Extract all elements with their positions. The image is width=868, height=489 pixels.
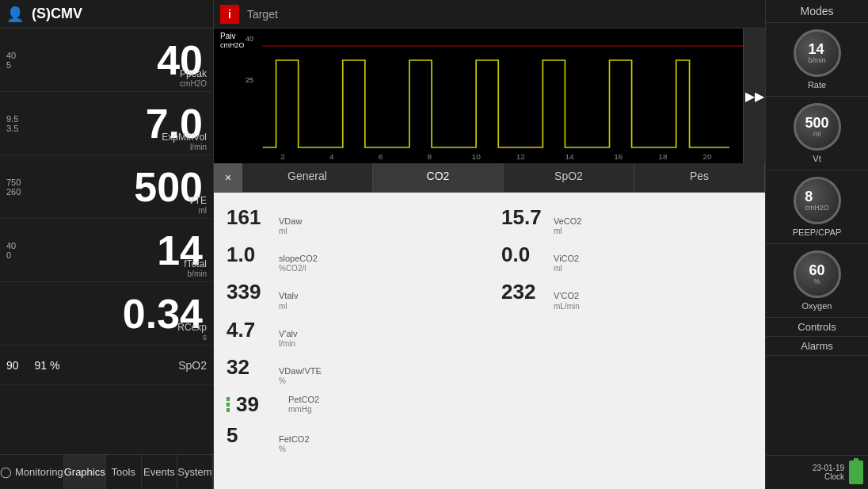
- rcexp-label: RCexp s: [177, 322, 207, 342]
- dialog-content: 161 VDaw ml 15.7 VeCO2 ml 1.0: [214, 193, 765, 489]
- vt-knob-inner: 500 ml: [805, 116, 828, 138]
- oxygen-knob-section[interactable]: 60 % Oxygen: [766, 244, 868, 318]
- rcexp-row: 0.34 RCexp s: [0, 282, 213, 346]
- waveform-label: Paiv: [220, 32, 235, 40]
- vdaw-vte-label: VDaw/VTE %: [279, 366, 322, 386]
- graphics-label: Graphics: [64, 466, 105, 478]
- vco2-label: V'CO2 mL/min: [554, 291, 580, 311]
- svg-text:6: 6: [379, 153, 383, 161]
- peep-knob-inner: 8 cmH2O: [805, 189, 829, 212]
- center-top-bar: i Target: [214, 0, 765, 29]
- dialog-close-button[interactable]: ×: [214, 163, 242, 192]
- battery-icon: [849, 460, 863, 484]
- nav-monitoring[interactable]: ◯ Monitoring: [0, 455, 64, 489]
- ftotal-label: fTotal b/min: [184, 258, 207, 278]
- expminvol-label: ExpMinVol l/min: [162, 132, 207, 151]
- left-panel: 👤 (S)CMV 40 5 40 Ppeak cmH2O 9.5 3.5 7.0…: [0, 0, 214, 489]
- rate-label: Rate: [808, 80, 826, 90]
- right-panel: Modes 14 b/min Rate 500 ml Vt 8 cmH2O PE…: [765, 0, 868, 489]
- petco2-item: 39 PetCO2 mmHg: [227, 392, 478, 417]
- patient-icon: 👤: [6, 6, 24, 23]
- vt-knob-section[interactable]: 500 ml Vt: [766, 97, 868, 170]
- left-header: 👤 (S)CMV: [0, 0, 213, 29]
- controls-section[interactable]: Controls: [766, 318, 868, 337]
- spo2-label: SpO2: [178, 359, 207, 372]
- tab-pes[interactable]: Pes: [634, 163, 765, 192]
- waveform-scroll-btn[interactable]: ▶▶: [743, 29, 765, 163]
- monitoring-label: Monitoring: [15, 466, 63, 478]
- valv-item: 4.7 V'alv l/min: [227, 318, 478, 349]
- center-panel: i Target Paiv cmH2O 40 25 2 4 6 8 10 12 …: [214, 0, 765, 489]
- svg-text:4: 4: [329, 153, 334, 161]
- petco2-alert-container: 39 PetCO2 mmHg: [227, 392, 319, 417]
- valv-value: 4.7: [227, 318, 274, 342]
- vte-value: 500: [38, 166, 207, 208]
- ftotal-value: 14: [38, 230, 207, 271]
- petco2-label: PetCO2 mmHg: [288, 395, 319, 415]
- fetco2-value: 5: [227, 423, 274, 448]
- nav-tools[interactable]: Tools: [106, 455, 142, 489]
- vtalv-item: 339 Vtalv ml: [227, 280, 478, 311]
- spo2-values: 90 91 %: [6, 359, 178, 372]
- ppeak-row: 40 5 40 Ppeak cmH2O: [0, 29, 213, 92]
- veco2-value: 15.7: [501, 205, 549, 230]
- slopeco2-item: 1.0 slopeCO2 %CO2/l: [227, 243, 478, 273]
- svg-text:16: 16: [614, 153, 622, 161]
- fetco2-label: FetCO2 %: [279, 434, 310, 454]
- ftotal-row: 40 0 14 fTotal b/min: [0, 219, 213, 282]
- nav-events[interactable]: Events: [142, 455, 177, 489]
- vte-row: 750 260 500 VTE ml: [0, 155, 213, 219]
- oxygen-knob[interactable]: 60 %: [794, 250, 841, 298]
- dialog-overlay: × General CO2 SpO2 Pes 161 VDaw ml 15.7: [214, 163, 765, 489]
- valv-label: V'alv l/min: [279, 329, 298, 349]
- vco2-value: 232: [501, 280, 549, 304]
- slopeco2-label: slopeCO2 %CO2/l: [279, 254, 318, 273]
- tools-label: Tools: [112, 466, 135, 478]
- svg-text:8: 8: [427, 153, 432, 161]
- nav-system[interactable]: System: [177, 455, 213, 489]
- peep-label: PEEP/CPAP: [793, 227, 842, 237]
- svg-text:10: 10: [472, 153, 481, 161]
- bottom-nav: ◯ Monitoring Graphics Tools Events Syste…: [0, 454, 213, 489]
- nav-graphics[interactable]: Graphics: [64, 455, 106, 489]
- system-label: System: [177, 466, 211, 478]
- alarms-section[interactable]: Alarms: [766, 337, 868, 356]
- alert-bar-1: [227, 397, 230, 401]
- svg-text:12: 12: [516, 153, 525, 161]
- info-button[interactable]: i: [220, 5, 239, 24]
- slopeco2-value: 1.0: [227, 243, 274, 267]
- spo2-value2: 91 %: [35, 359, 60, 372]
- expminvol-limits: 9.5 3.5: [6, 114, 38, 133]
- vt-label: Vt: [813, 154, 820, 163]
- peep-knob-section[interactable]: 8 cmH2O PEEP/CPAP: [766, 170, 868, 244]
- clock-area: 23-01-19 Clock: [766, 455, 868, 489]
- vt-knob[interactable]: 500 ml: [794, 103, 841, 151]
- tab-spo2[interactable]: SpO2: [504, 163, 634, 192]
- ftotal-limits: 40 0: [6, 241, 38, 260]
- tab-co2[interactable]: CO2: [373, 163, 504, 192]
- alert-bar-3: [227, 408, 230, 412]
- peep-knob[interactable]: 8 cmH2O: [794, 177, 841, 224]
- rate-knob-section[interactable]: 14 b/min Rate: [766, 23, 868, 97]
- oxygen-label: Oxygen: [802, 301, 832, 311]
- rate-knob[interactable]: 14 b/min: [794, 29, 841, 77]
- svg-text:14: 14: [565, 153, 574, 161]
- vdaw-item: 161 VDaw ml: [227, 205, 478, 236]
- vdaw-vte-item: 32 VDaw/VTE %: [227, 355, 478, 386]
- waveform-svg: 2 4 6 8 10 12 14 16 18 20 22: [214, 29, 765, 163]
- petco2-value: 39: [236, 392, 284, 417]
- ppeak-limits: 40 5: [6, 51, 38, 70]
- monitoring-icon: ◯: [0, 466, 12, 478]
- svg-text:20: 20: [702, 153, 711, 161]
- tab-general[interactable]: General: [242, 163, 373, 192]
- svg-text:18: 18: [658, 153, 667, 161]
- spo2-row: 90 91 % SpO2: [0, 346, 213, 385]
- waveform-area: Paiv cmH2O 40 25 2 4 6 8 10 12 14 16 18 …: [214, 29, 765, 163]
- vtalv-label: Vtalv ml: [279, 291, 298, 311]
- vdaw-vte-value: 32: [227, 355, 274, 380]
- waveform-scale-mid: 25: [246, 76, 253, 84]
- vdaw-value: 161: [227, 205, 274, 230]
- veco2-label: VeCO2 ml: [554, 216, 581, 236]
- vte-limits: 750 260: [6, 178, 38, 197]
- mode-title: (S)CMV: [32, 6, 82, 22]
